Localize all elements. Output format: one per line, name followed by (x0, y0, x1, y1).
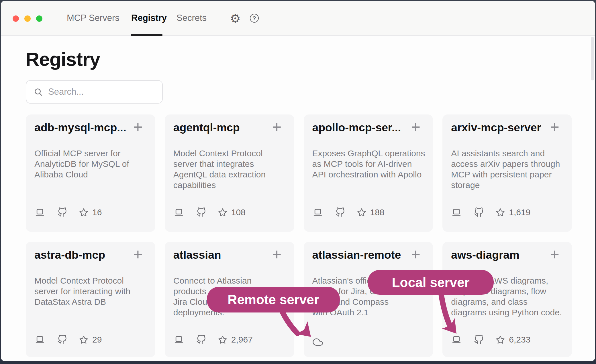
minimize-window-button[interactable] (24, 15, 31, 22)
star-count: 188 (370, 207, 385, 217)
tab-secrets[interactable]: Secrets (177, 13, 207, 23)
server-card-title: agentql-mcp (173, 121, 267, 134)
server-card-footer: 2,967 (173, 334, 253, 345)
server-card-title: adb-mysql-mcp... (34, 121, 128, 134)
github-icon (57, 207, 67, 217)
app-window: MCP Servers Registry Secrets ⚙ ? Registr… (1, 1, 595, 361)
server-card-aws-diagram: aws-diagram+Generate AWS diagrams,sequen… (442, 242, 572, 357)
remote-server-callout: Remote server (207, 287, 340, 312)
help-icon[interactable]: ? (250, 14, 259, 23)
scrollbar-thumb[interactable] (591, 37, 594, 80)
star-icon (79, 208, 88, 217)
description-line: capabilities (173, 180, 287, 190)
github-icon (57, 335, 67, 345)
star-icon (218, 208, 227, 217)
github-icon (335, 207, 345, 217)
server-card-arxiv-mcp-server: arxiv-mcp-server+AI assistants search an… (442, 114, 572, 232)
close-window-button[interactable] (13, 15, 19, 22)
description-line: server that integrates (173, 159, 287, 169)
server-card-astra-db-mcp: astra-db-mcp+Model Context Protocolserve… (26, 242, 155, 357)
description-line: server for interacting with (34, 286, 148, 296)
server-card-title: atlassian (173, 249, 267, 261)
description-line: as MCP tools for AI-driven (312, 159, 426, 169)
star-icon (218, 335, 227, 344)
star-count: 16 (92, 207, 102, 217)
description-line: Official MCP server for (34, 148, 148, 159)
github-icon (474, 207, 484, 217)
add-server-button[interactable]: + (133, 118, 143, 136)
github-icon (196, 335, 206, 345)
search-box[interactable] (26, 80, 163, 104)
server-card-description: Model Context Protocolserver for interac… (34, 275, 148, 307)
laptop-icon (34, 335, 45, 345)
server-card-description: Model Context Protocolserver that integr… (173, 148, 287, 190)
star-icon (496, 335, 505, 344)
github-icon (196, 207, 206, 217)
server-card-description: AI assistants search andaccess arXiv pap… (451, 148, 564, 190)
description-line: Exposes GraphQL operations (312, 148, 426, 159)
laptop-icon (34, 207, 45, 217)
description-line: AgentQL data extraction (173, 169, 287, 180)
description-line: Model Context Protocol (173, 148, 287, 159)
local-server-callout: Local server (368, 270, 494, 295)
titlebar-divider (220, 7, 220, 29)
titlebar: MCP Servers Registry Secrets ⚙ ? (1, 1, 595, 36)
description-line: storage (451, 180, 564, 190)
star-count: 2,967 (231, 335, 253, 345)
description-line: diagrams using Python code. (451, 307, 564, 318)
add-server-button[interactable]: + (411, 246, 421, 263)
active-tab-indicator (131, 34, 162, 36)
page-title: Registry (26, 48, 100, 70)
star-count: 1,619 (509, 207, 530, 217)
description-line: access arXiv papers through (451, 159, 564, 169)
description-line: Model Context Protocol (34, 275, 148, 286)
cloud-icon (312, 338, 323, 347)
add-server-button[interactable]: + (550, 246, 559, 263)
server-card-description: Official MCP server forAnalyticDB for My… (34, 148, 148, 180)
zoom-window-button[interactable] (36, 15, 42, 22)
tab-registry[interactable]: Registry (131, 13, 167, 23)
laptop-icon (173, 335, 184, 345)
description-line: API orchestration with Apollo (312, 169, 426, 180)
star-icon (79, 335, 88, 344)
server-card-footer: 108 (173, 207, 246, 218)
description-line: Connect to Atlassian (173, 275, 287, 286)
add-server-button[interactable]: + (133, 246, 143, 263)
search-icon (34, 88, 43, 96)
server-card-title: arxiv-mcp-server (451, 121, 545, 134)
gear-icon[interactable]: ⚙ (229, 12, 242, 25)
server-card-footer: 188 (312, 207, 385, 218)
github-icon (474, 335, 484, 345)
server-card-footer (312, 338, 323, 348)
add-server-button[interactable]: + (272, 246, 282, 263)
server-card-title: apollo-mcp-ser... (312, 121, 406, 134)
star-icon (496, 208, 505, 217)
laptop-icon (451, 335, 462, 345)
server-card-footer: 29 (34, 334, 102, 345)
server-card-footer: 16 (34, 207, 102, 218)
add-server-button[interactable]: + (550, 118, 559, 136)
star-count: 29 (92, 335, 102, 345)
server-card-apollo-mcp-ser: apollo-mcp-ser...+Exposes GraphQL operat… (304, 114, 433, 232)
star-count: 6,233 (509, 335, 530, 345)
server-card-description: Exposes GraphQL operationsas MCP tools f… (312, 148, 426, 180)
description-line: DataStax Astra DB (34, 296, 148, 307)
star-count: 108 (231, 207, 246, 217)
registry-card-grid: adb-mysql-mcp...+Official MCP server for… (26, 114, 572, 357)
description-line: Alibaba Cloud (34, 169, 148, 180)
tab-mcp-servers[interactable]: MCP Servers (67, 13, 119, 23)
server-card-footer: 1,619 (451, 207, 530, 218)
server-card-footer: 6,233 (451, 334, 530, 345)
laptop-icon (451, 207, 462, 217)
server-card-title: aws-diagram (451, 249, 545, 261)
add-server-button[interactable]: + (272, 118, 282, 136)
add-server-button[interactable]: + (411, 118, 421, 136)
server-card-title: astra-db-mcp (34, 249, 128, 261)
description-line: AnalyticDB for MySQL of (34, 159, 148, 169)
search-input[interactable] (48, 87, 157, 97)
description-line: MCP with persistent paper (451, 169, 564, 180)
laptop-icon (173, 207, 184, 217)
server-card-agentql-mcp: agentql-mcp+Model Context Protocolserver… (165, 114, 294, 232)
laptop-icon (312, 207, 323, 217)
server-card-title: atlassian-remote (312, 249, 406, 261)
